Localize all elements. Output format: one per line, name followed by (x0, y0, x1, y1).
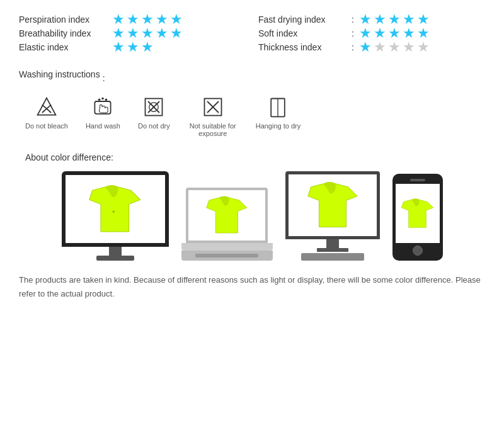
no-bleach-label: Do not bleach (25, 122, 68, 130)
star: ★ (127, 40, 139, 54)
fast-drying-row: Fast drying index : ★ ★ ★ ★ ★ (258, 13, 485, 26)
soft-stars: ★ ★ ★ ★ ★ (359, 26, 430, 40)
monitor-frame-large: ● (62, 171, 169, 247)
monitor-neck-large (109, 247, 122, 256)
star: ★ (417, 40, 430, 54)
star: ★ (359, 26, 372, 40)
wash-item-no-exposure: Not suitable for exposure (188, 96, 238, 137)
thickness-label: Thickness index (258, 42, 346, 52)
monitor-keyboard-2 (301, 253, 364, 261)
star: ★ (388, 13, 401, 26)
phone-home-button (413, 246, 423, 256)
star: ★ (170, 13, 183, 26)
star: ★ (112, 13, 125, 26)
tshirt-laptop (196, 195, 258, 235)
star: ★ (417, 13, 430, 26)
phone-speaker (410, 179, 425, 181)
hang-dry-label: Hanging to dry (256, 122, 301, 130)
svg-point-6 (105, 99, 108, 101)
no-dry-icon (142, 96, 165, 118)
disclaimer-text: The products are taken in kind. Because … (19, 273, 485, 301)
hand-wash-icon (91, 96, 114, 118)
washing-section: Washing instructions : Do not bleach (19, 69, 485, 137)
svg-point-5 (102, 98, 105, 100)
breathability-stars: ★ ★ ★ ★ ★ (112, 26, 183, 40)
fast-drying-stars: ★ ★ ★ ★ ★ (359, 13, 430, 26)
elastic-stars: ★ ★ ★ (112, 40, 154, 54)
device-desktop-large: ● (62, 171, 169, 261)
laptop-screen (188, 190, 265, 240)
devices-row: ● (19, 171, 485, 261)
star: ★ (112, 26, 125, 40)
perspiration-stars: ★ ★ ★ ★ ★ (112, 13, 183, 26)
ratings-section: Perspiration index ★ ★ ★ ★ ★ Breathabili… (19, 13, 485, 54)
star: ★ (112, 40, 125, 54)
perspiration-label: Perspiration index (19, 14, 107, 25)
star: ★ (156, 26, 168, 40)
star: ★ (141, 40, 154, 54)
wash-item-no-bleach: Do not bleach (25, 96, 68, 130)
star: ★ (374, 40, 386, 54)
no-bleach-icon (35, 96, 58, 118)
star: ★ (359, 13, 372, 26)
no-exposure-label: Not suitable for exposure (188, 122, 238, 137)
laptop-bottom (181, 251, 273, 261)
monitor-base-2 (317, 248, 348, 252)
star: ★ (388, 40, 401, 54)
tshirt-monitor2 (297, 181, 368, 230)
no-exposure-icon (202, 96, 224, 118)
monitor-screen-2 (289, 174, 377, 236)
star: ★ (403, 40, 415, 54)
star: ★ (374, 26, 386, 40)
star: ★ (417, 26, 430, 40)
elastic-row: Elastic index ★ ★ ★ (19, 40, 246, 54)
device-desktop-2 (285, 171, 380, 261)
star: ★ (141, 13, 154, 26)
washing-title: Washing instructions (19, 69, 100, 79)
breathability-row: Breathability index ★ ★ ★ ★ ★ (19, 26, 246, 40)
ratings-right: Fast drying index : ★ ★ ★ ★ ★ Soft index… (258, 13, 485, 54)
monitor-neck-2 (326, 239, 339, 248)
soft-label: Soft index (258, 28, 346, 38)
star: ★ (403, 13, 415, 26)
phone-screen (396, 184, 440, 243)
no-dry-label: Do not dry (138, 122, 170, 130)
wash-item-no-dry: Do not dry (138, 96, 170, 130)
svg-marker-0 (38, 98, 56, 115)
device-phone (392, 174, 443, 261)
elastic-label: Elastic index (19, 42, 107, 52)
star: ★ (403, 26, 415, 40)
star: ★ (388, 26, 401, 40)
color-diff-title: About color difference: (25, 152, 485, 162)
svg-point-4 (98, 99, 101, 101)
monitor-frame-2 (285, 171, 380, 239)
star: ★ (156, 13, 168, 26)
soft-row: Soft index : ★ ★ ★ ★ ★ (258, 26, 485, 40)
fast-drying-label: Fast drying index (258, 14, 346, 25)
monitor-screen-large: ● (66, 175, 165, 243)
tshirt-image: ● (77, 184, 152, 235)
monitor-base-large (96, 256, 134, 261)
thickness-row: Thickness index : ★ ★ ★ ★ ★ (258, 40, 485, 54)
color-diff-section: About color difference: ● (19, 152, 485, 301)
laptop-keyboard (195, 254, 258, 257)
star: ★ (127, 26, 139, 40)
svg-rect-3 (95, 101, 111, 114)
device-laptop (181, 188, 273, 261)
ratings-left: Perspiration index ★ ★ ★ ★ ★ Breathabili… (19, 13, 246, 54)
svg-text:●: ● (112, 208, 115, 213)
wash-item-hand-wash: Hand wash (86, 96, 120, 130)
star: ★ (127, 13, 139, 26)
star: ★ (141, 26, 154, 40)
star: ★ (374, 13, 386, 26)
star: ★ (359, 40, 372, 54)
wash-item-hang-dry: Hanging to dry (256, 96, 301, 130)
laptop-base (181, 243, 273, 251)
phone-frame (392, 174, 443, 261)
washing-icons-row: Do not bleach Hand wash (25, 96, 485, 137)
breathability-label: Breathability index (19, 28, 107, 38)
tshirt-phone (398, 187, 437, 240)
hang-dry-icon (266, 96, 289, 118)
laptop-lid (186, 188, 268, 243)
perspiration-row: Perspiration index ★ ★ ★ ★ ★ (19, 13, 246, 26)
